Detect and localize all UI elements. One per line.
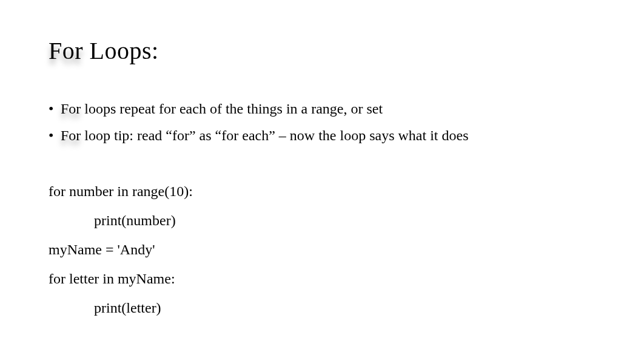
bullet-text: repeat for each of the things in a range… <box>116 101 383 117</box>
title-rest: Loops: <box>83 37 159 64</box>
code-line: for letter in myName: <box>49 264 595 293</box>
bullet-list: For loops repeat for each of the things … <box>49 95 595 149</box>
bullet-item: For loop tip: read “for” as “for each” –… <box>49 122 595 149</box>
code-example: for number in range(10): print(number) m… <box>49 177 595 322</box>
code-line: for number in range(10): <box>49 177 595 206</box>
slide-title: For Loops: <box>49 36 595 65</box>
title-for-word: For <box>49 37 83 64</box>
bullet-for-word: For <box>61 127 81 143</box>
bullet-for-word: For <box>61 101 81 117</box>
bullet-text: loop tip: read “for” as “for each” – now… <box>81 127 468 143</box>
code-line: print(letter) <box>49 293 595 322</box>
bullet-text: loops <box>81 101 116 117</box>
code-line: myName = 'Andy' <box>49 235 595 264</box>
bullet-item: For loops repeat for each of the things … <box>49 95 595 122</box>
code-line: print(number) <box>49 206 595 235</box>
